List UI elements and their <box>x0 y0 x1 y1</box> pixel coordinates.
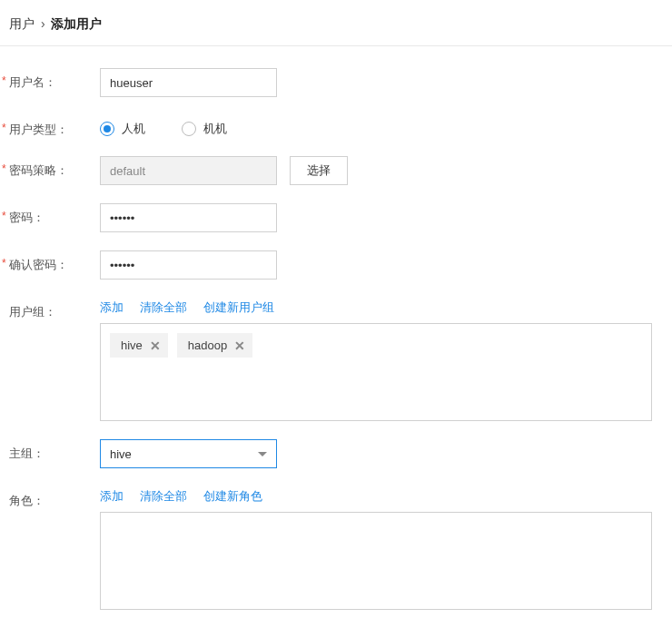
label-role: 角色： <box>9 486 100 509</box>
chevron-down-icon <box>258 452 267 456</box>
radio-machine[interactable]: 机机 <box>182 121 227 137</box>
role-box[interactable] <box>100 512 652 610</box>
radio-human-label: 人机 <box>122 121 145 137</box>
link-clear-roles[interactable]: 清除全部 <box>140 488 187 505</box>
label-maingroup: 主组： <box>9 439 100 462</box>
link-new-group[interactable]: 创建新用户组 <box>203 299 274 316</box>
add-user-form: 用户名： 用户类型： 人机 机机 密码策略： 选择 <box>0 46 672 628</box>
close-icon[interactable]: ✕ <box>234 339 245 352</box>
link-add-group[interactable]: 添加 <box>100 299 124 316</box>
pwdpolicy-input <box>100 156 277 185</box>
confirm-password-input[interactable] <box>100 250 277 280</box>
tag-hadoop: hadoop ✕ <box>177 333 252 358</box>
label-usergroup: 用户组： <box>9 298 100 320</box>
label-usertype: 用户类型： <box>9 115 100 138</box>
radio-checked-icon <box>100 122 114 136</box>
maingroup-select[interactable]: hive <box>100 439 277 468</box>
link-clear-groups[interactable]: 清除全部 <box>140 299 187 316</box>
breadcrumb-sep: › <box>41 16 45 31</box>
close-icon[interactable]: ✕ <box>150 339 161 352</box>
label-pwdpolicy: 密码策略： <box>9 156 100 179</box>
usergroup-box[interactable]: hive ✕ hadoop ✕ <box>100 323 652 421</box>
select-policy-button[interactable]: 选择 <box>290 156 348 185</box>
tag-label: hive <box>121 339 143 352</box>
tag-label: hadoop <box>188 339 227 352</box>
tag-hive: hive ✕ <box>110 333 168 358</box>
username-input[interactable] <box>100 68 277 97</box>
radio-human[interactable]: 人机 <box>100 121 145 137</box>
radio-unchecked-icon <box>182 122 196 136</box>
maingroup-value: hive <box>110 447 132 461</box>
link-add-role[interactable]: 添加 <box>100 488 124 505</box>
link-new-role[interactable]: 创建新角色 <box>203 488 262 505</box>
breadcrumb-current: 添加用户 <box>51 16 102 31</box>
label-password: 密码： <box>9 203 100 226</box>
breadcrumb-root[interactable]: 用户 <box>9 16 35 31</box>
usertype-radio-group: 人机 机机 <box>100 115 663 137</box>
breadcrumb: 用户 › 添加用户 <box>0 0 672 46</box>
radio-machine-label: 机机 <box>203 121 227 137</box>
label-confirm: 确认密码： <box>9 250 100 273</box>
password-input[interactable] <box>100 203 277 232</box>
label-username: 用户名： <box>9 68 100 91</box>
